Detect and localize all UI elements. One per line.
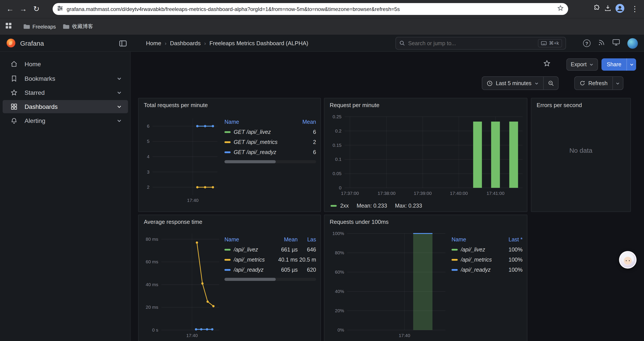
legend-row[interactable]: GET /api/_livez 6 [224, 127, 316, 137]
sidebar-item-home[interactable]: Home [3, 58, 128, 71]
svg-text:60%: 60% [335, 269, 344, 274]
breadcrumb-home[interactable]: Home [146, 40, 161, 47]
panel-title[interactable]: Request per minute [330, 102, 380, 108]
legend-header-last[interactable]: Last * [502, 236, 522, 242]
collapse-sidebar-icon[interactable] [118, 38, 128, 49]
scrollbar-thumb[interactable] [224, 160, 276, 163]
panel-title[interactable]: Requests under 100ms [330, 219, 389, 225]
extensions-icon[interactable] [593, 5, 600, 14]
sidebar: Home Bookmarks Starred Dashboards Alerti… [0, 52, 131, 341]
avg-response-chart[interactable]: 17:400 s20 ms40 ms60 ms80 ms [141, 231, 221, 341]
refresh-icon [580, 80, 585, 86]
svg-text:0.25: 0.25 [332, 114, 342, 119]
chevron-down-icon[interactable] [116, 76, 122, 81]
no-data-message: No data [531, 147, 630, 154]
svg-text:17:41:00: 17:41:00 [486, 191, 504, 196]
total-requests-chart[interactable]: 17:4023456 [141, 115, 220, 206]
forward-icon[interactable]: → [17, 3, 30, 16]
apps-grid-icon[interactable] [5, 22, 12, 31]
search-input[interactable] [408, 40, 535, 46]
chevron-down-icon [534, 81, 539, 85]
back-icon[interactable]: ← [4, 3, 17, 16]
profile-avatar[interactable] [615, 3, 625, 15]
panel-requests-under-100ms[interactable]: Requests under 100ms 17:400%20%40%60%80%… [324, 215, 528, 341]
legend-row[interactable]: /api/_readyz 605 µs 620 [224, 265, 316, 275]
refresh-button[interactable]: Refresh [575, 77, 612, 90]
scrollbar-thumb[interactable] [224, 278, 276, 281]
legend-header-mean[interactable]: Mean [270, 236, 298, 242]
search-shortcut: ⌘+k [538, 39, 562, 47]
panel-title[interactable]: Errors per second [536, 102, 582, 108]
panel-avg-response-time[interactable]: Average response time 17:400 s20 ms40 ms… [138, 215, 321, 341]
zoom-out-icon [548, 80, 554, 86]
user-avatar[interactable] [627, 38, 638, 49]
grafana-logo-icon [6, 38, 16, 48]
legend-row[interactable]: GET /api/_readyz 6 [224, 147, 316, 157]
monitor-icon[interactable] [612, 39, 620, 47]
bookmark-star-icon[interactable] [557, 5, 564, 13]
browser-menu-icon[interactable]: ⋮ [628, 3, 641, 16]
legend-row[interactable]: /api/_readyz 100% [452, 265, 522, 275]
series-swatch [224, 141, 230, 143]
brand-name: Grafana [20, 39, 44, 47]
breadcrumb-dashboards[interactable]: Dashboards [170, 40, 200, 47]
reload-icon[interactable]: ↻ [30, 3, 43, 16]
rss-icon[interactable] [598, 39, 605, 48]
refresh-interval-button[interactable] [612, 77, 623, 90]
site-settings-icon[interactable] [57, 5, 63, 13]
panel-title[interactable]: Total requests per minute [144, 102, 208, 108]
sidebar-item-alerting[interactable]: Alerting [3, 114, 128, 127]
brand[interactable]: Grafana [0, 38, 110, 48]
legend-row[interactable]: /api/_livez 100% [452, 244, 522, 254]
bookmark-icon [10, 75, 18, 82]
legend-row[interactable]: /api/_livez 661 µs 646 [224, 244, 316, 254]
home-icon [10, 61, 18, 68]
time-range-button[interactable]: Last 5 minutes [482, 77, 544, 90]
svg-text:0%: 0% [338, 327, 344, 332]
legend-header-mean[interactable]: Mean [296, 119, 316, 125]
dashboard-canvas: Export Share Last 5 minutes [131, 52, 644, 341]
search-box[interactable]: ⌘+k [396, 37, 566, 50]
sidebar-item-starred[interactable]: Starred [3, 86, 128, 99]
help-icon[interactable]: ? [583, 40, 590, 47]
under-100ms-chart[interactable]: 17:400%20%40%60%80%100% [327, 231, 448, 341]
sidebar-item-bookmarks[interactable]: Bookmarks [3, 72, 128, 85]
chevron-down-icon[interactable] [116, 118, 122, 123]
panel-title[interactable]: Average response time [144, 219, 202, 225]
legend-row[interactable]: /api/_metrics 40.1 ms 20.5 m [224, 254, 316, 265]
request-per-minute-chart[interactable]: 17:37:0017:38:0017:39:0017:40:0017:41:00… [327, 113, 525, 199]
svg-text:100%: 100% [332, 231, 344, 236]
share-menu-button[interactable] [627, 58, 636, 71]
legend-header-last[interactable]: Las [298, 236, 316, 242]
legend-row[interactable]: /api/_metrics 100% [452, 254, 522, 265]
svg-text:80%: 80% [335, 250, 344, 255]
legend-inline[interactable]: 2xx Mean: 0.233 Max: 0.233 [330, 203, 422, 209]
panel-total-requests[interactable]: Total requests per minute 17:4023456 Nam… [138, 98, 321, 212]
url-bar[interactable] [52, 3, 568, 15]
download-icon[interactable] [604, 5, 612, 14]
bell-icon [10, 117, 18, 124]
legend-header-name[interactable]: Name [452, 236, 502, 242]
chevron-down-icon[interactable] [116, 90, 122, 95]
url-input[interactable] [67, 6, 557, 12]
bookmark-freeleaps[interactable]: Freeleaps [20, 22, 60, 31]
sidebar-item-dashboards[interactable]: Dashboards [3, 100, 128, 113]
svg-text:3: 3 [147, 169, 150, 174]
chevron-down-icon [630, 62, 634, 67]
legend-header-name[interactable]: Name [224, 236, 270, 242]
panel-request-per-minute[interactable]: Request per minute 17:37:0017:38:0017:39… [324, 98, 528, 212]
legend-scrollbar[interactable] [224, 278, 316, 281]
chevron-down-icon[interactable] [116, 104, 122, 109]
series-swatch [224, 259, 230, 260]
search-icon [400, 40, 405, 46]
share-button[interactable]: Share [602, 58, 627, 71]
bookmark-blog[interactable]: 收藏博客 [60, 21, 97, 32]
zoom-out-button[interactable] [544, 77, 558, 90]
legend-header-name[interactable]: Name [224, 119, 296, 125]
legend-scrollbar[interactable] [224, 160, 316, 163]
floating-avatar[interactable] [619, 251, 636, 269]
export-button[interactable]: Export [566, 58, 598, 71]
legend-row[interactable]: GET /api/_metrics 2 [224, 137, 316, 147]
panel-errors-per-second[interactable]: Errors per second No data [531, 98, 631, 212]
favorite-star-icon[interactable] [543, 60, 550, 69]
